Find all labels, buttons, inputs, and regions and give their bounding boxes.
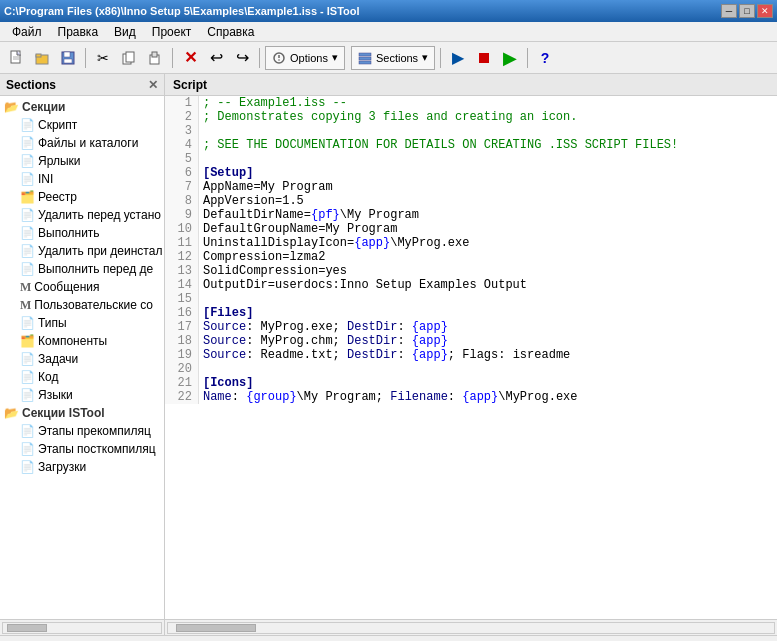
sidebar-group-sections[interactable]: 📂 Секции	[0, 98, 164, 116]
sep4	[440, 48, 441, 68]
sidebar-item-custom-messages[interactable]: M Пользовательские со	[0, 296, 164, 314]
sidebar-item-shortcuts[interactable]: 📄 Ярлыки	[0, 152, 164, 170]
table-row: 15	[165, 292, 777, 306]
new-button[interactable]	[4, 46, 28, 70]
sidebar-close-button[interactable]: ✕	[148, 78, 158, 92]
sidebar-item-languages-label: Языки	[38, 388, 73, 402]
menu-project[interactable]: Проект	[144, 23, 200, 41]
sidebar-item-files[interactable]: 📄 Файлы и каталоги	[0, 134, 164, 152]
redo-button[interactable]: ↪	[230, 46, 254, 70]
line-num: 5	[165, 152, 198, 166]
sidebar-item-tasks-label: Задачи	[38, 352, 78, 366]
sidebar-item-run[interactable]: 📄 Выполнить	[0, 224, 164, 242]
save-button[interactable]	[56, 46, 80, 70]
line-num: 16	[165, 306, 198, 320]
run-icon: 📄	[20, 226, 35, 240]
line-num: 22	[165, 390, 198, 404]
compile-button[interactable]: ▶	[446, 46, 470, 70]
line-num: 8	[165, 194, 198, 208]
sidebar-item-delete-before-label: Удалить перед устано	[38, 208, 161, 222]
options-arrow: ▾	[332, 51, 338, 64]
sections-arrow: ▾	[422, 51, 428, 64]
line-code	[198, 362, 777, 376]
line-code: AppName=My Program	[198, 180, 777, 194]
editor-hscroll[interactable]	[165, 620, 777, 636]
copy-button[interactable]	[117, 46, 141, 70]
maximize-button[interactable]: □	[739, 4, 755, 18]
sidebar-item-delete-uninst[interactable]: 📄 Удалить при деинстал	[0, 242, 164, 260]
sidebar-item-downloads[interactable]: 📄 Загрузки	[0, 458, 164, 476]
table-row: 12 Compression=lzma2	[165, 250, 777, 264]
line-num: 14	[165, 278, 198, 292]
line-code: [Icons]	[198, 376, 777, 390]
sep1	[85, 48, 86, 68]
line-code: ; SEE THE DOCUMENTATION FOR DETAILS ON C…	[198, 138, 777, 152]
sidebar-item-messages[interactable]: M Сообщения	[0, 278, 164, 296]
sep5	[527, 48, 528, 68]
sidebar-item-precompile[interactable]: 📄 Этапы прекомпиляц	[0, 422, 164, 440]
group-istool-label: Секции ISTool	[22, 406, 105, 420]
table-row: 22 Name: {group}\My Program; Filename: {…	[165, 390, 777, 404]
menu-help[interactable]: Справка	[199, 23, 262, 41]
line-num: 10	[165, 222, 198, 236]
open-button[interactable]	[30, 46, 54, 70]
sidebar-hscroll[interactable]	[0, 620, 165, 636]
sidebar-item-ini[interactable]: 📄 INI	[0, 170, 164, 188]
line-num: 17	[165, 320, 198, 334]
table-row: 18 Source: MyProg.chm; DestDir: {app}	[165, 334, 777, 348]
sidebar-item-script[interactable]: 📄 Скрипт	[0, 116, 164, 134]
types-icon: 📄	[20, 316, 35, 330]
cut-button[interactable]: ✂	[91, 46, 115, 70]
line-num: 3	[165, 124, 198, 138]
sidebar-item-code[interactable]: 📄 Код	[0, 368, 164, 386]
sections-dropdown[interactable]: Sections ▾	[351, 46, 435, 70]
line-num: 19	[165, 348, 198, 362]
editor-content[interactable]: 1 ; -- Example1.iss -- 2 ; Demonstrates …	[165, 96, 777, 619]
paste-button[interactable]	[143, 46, 167, 70]
line-num: 6	[165, 166, 198, 180]
help-button[interactable]: ?	[533, 46, 557, 70]
undo-button[interactable]: ↩	[204, 46, 228, 70]
minimize-button[interactable]: ─	[721, 4, 737, 18]
sidebar-header: Sections ✕	[0, 74, 164, 96]
line-num: 18	[165, 334, 198, 348]
options-label: Options	[290, 52, 328, 64]
menu-view[interactable]: Вид	[106, 23, 144, 41]
delete-uninst-icon: 📄	[20, 244, 35, 258]
sidebar-item-tasks[interactable]: 📄 Задачи	[0, 350, 164, 368]
sidebar-item-downloads-label: Загрузки	[38, 460, 86, 474]
sidebar-item-delete-before[interactable]: 📄 Удалить перед устано	[0, 206, 164, 224]
run-button[interactable]: ▶	[498, 46, 522, 70]
sidebar-item-components[interactable]: 🗂️ Компоненты	[0, 332, 164, 350]
ini-icon: 📄	[20, 172, 35, 186]
editor-tab[interactable]: Script	[173, 78, 207, 92]
h-scroll-area	[0, 619, 777, 635]
stop-button[interactable]: ⏹	[472, 46, 496, 70]
shortcuts-icon: 📄	[20, 154, 35, 168]
svg-rect-15	[359, 53, 371, 56]
sidebar-item-shortcuts-label: Ярлыки	[38, 154, 81, 168]
languages-icon: 📄	[20, 388, 35, 402]
table-row: 5	[165, 152, 777, 166]
menu-file[interactable]: Файл	[4, 23, 50, 41]
sidebar-item-registry[interactable]: 🗂️ Реестр	[0, 188, 164, 206]
line-code: AppVersion=1.5	[198, 194, 777, 208]
sidebar-group-istool[interactable]: 📂 Секции ISTool	[0, 404, 164, 422]
sidebar-item-types[interactable]: 📄 Типы	[0, 314, 164, 332]
close-button[interactable]: ✕	[757, 4, 773, 18]
sidebar-item-postcompile[interactable]: 📄 Этапы посткомпиляц	[0, 440, 164, 458]
delete-button[interactable]: ✕	[178, 46, 202, 70]
sidebar-item-postcompile-label: Этапы посткомпиляц	[38, 442, 156, 456]
line-num: 11	[165, 236, 198, 250]
options-dropdown[interactable]: Options ▾	[265, 46, 345, 70]
menu-edit[interactable]: Правка	[50, 23, 107, 41]
window-controls: ─ □ ✕	[721, 4, 773, 18]
sidebar-item-run-before[interactable]: 📄 Выполнить перед де	[0, 260, 164, 278]
line-code: ; Demonstrates copying 3 files and creat…	[198, 110, 777, 124]
line-num: 12	[165, 250, 198, 264]
line-code	[198, 124, 777, 138]
table-row: 19 Source: Readme.txt; DestDir: {app}; F…	[165, 348, 777, 362]
group-sections-label: Секции	[22, 100, 65, 114]
sidebar-item-languages[interactable]: 📄 Языки	[0, 386, 164, 404]
sidebar-item-script-label: Скрипт	[38, 118, 77, 132]
